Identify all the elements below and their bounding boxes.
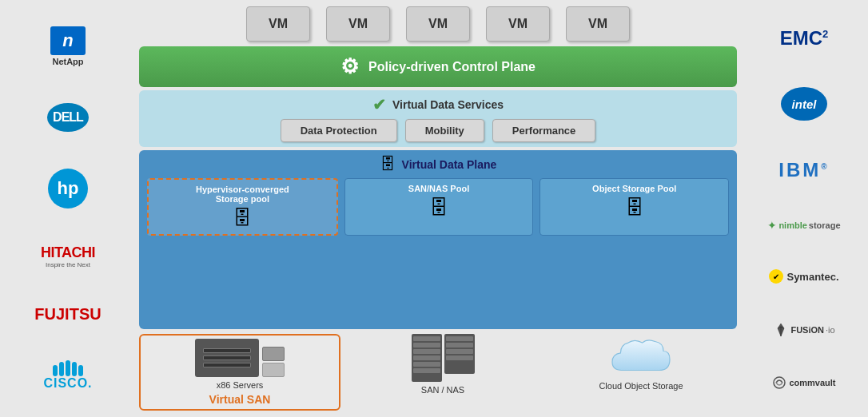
cloud-label: Cloud Object Storage: [599, 381, 683, 391]
symantec-logo: ✔ Symantec.: [769, 269, 838, 284]
vm-box-1: VM: [246, 6, 310, 42]
server-block: [195, 339, 259, 377]
hypervisor-pool: Hypervisor-converged Storage pool 🗄: [147, 178, 338, 236]
service-buttons: Data Protection Mobility Performance: [147, 119, 729, 142]
vm-row: VM VM VM VM VM: [139, 6, 737, 42]
performance-button[interactable]: Performance: [492, 119, 595, 142]
vdp-header: 🗄 Virtual Data Plane: [147, 155, 729, 173]
pools-row: Hypervisor-converged Storage pool 🗄 SAN/…: [147, 178, 729, 236]
disk-2: [262, 363, 285, 377]
san-nas-label: SAN / NAS: [421, 385, 464, 395]
db-icon-3: 🗄: [625, 197, 644, 219]
virtual-data-plane: 🗄 Virtual Data Plane Hypervisor-converge…: [139, 150, 737, 329]
control-plane-title: Policy-driven Control Plane: [368, 60, 536, 74]
data-protection-button[interactable]: Data Protection: [281, 119, 397, 142]
storage-icon: 🗄: [380, 155, 396, 173]
vm-box-2: VM: [326, 6, 390, 42]
cloud-shape: [609, 334, 673, 378]
svg-point-0: [774, 377, 785, 388]
control-plane-bar: ⚙ Policy-driven Control Plane: [139, 46, 737, 87]
nimble-logo: ✦ nimblestorage: [767, 219, 840, 232]
db-icon-1: 🗄: [233, 207, 252, 229]
san-nas-item: SAN / NAS: [347, 334, 539, 411]
db-icon-2: 🗄: [429, 197, 448, 219]
vdp-title: Virtual Data Plane: [402, 158, 497, 171]
cisco-logo: CISCO.: [43, 360, 92, 391]
emc-logo: EMC2: [780, 27, 829, 50]
san-nas-racks: [412, 334, 475, 382]
vds-header: ✔ Virtual Data Services: [147, 95, 729, 114]
san-nas-pool: SAN/NAS Pool 🗄: [344, 178, 534, 236]
left-sidebar: n NetApp DELL hp HITACHI Inspire the Nex…: [0, 0, 136, 417]
fusionio-logo: FUSiON·io: [773, 322, 834, 338]
main-container: n NetApp DELL hp HITACHI Inspire the Nex…: [0, 0, 868, 417]
checkmark-icon: ✔: [372, 95, 386, 114]
object-storage-pool: Object Storage Pool 🗄: [540, 178, 729, 236]
netapp-logo: n NetApp: [50, 26, 86, 66]
virtual-data-services: ✔ Virtual Data Services Data Protection …: [139, 90, 737, 147]
intel-logo: intel: [781, 87, 827, 121]
commvault-logo: commvault: [772, 375, 835, 390]
gear-icon: ⚙: [340, 54, 359, 79]
x86-vsan-item: x86 Servers Virtual SAN: [139, 334, 340, 411]
right-sidebar: EMC2 intel IBM® ✦ nimblestorage ✔ Symant…: [740, 0, 868, 417]
physical-row: x86 Servers Virtual SAN: [139, 334, 737, 411]
vm-box-3: VM: [406, 6, 470, 42]
center-content: VM VM VM VM VM ⚙ Policy-driven Control P…: [136, 0, 740, 417]
vds-title: Virtual Data Services: [392, 98, 504, 111]
fujitsu-logo: FUJITSU: [34, 305, 101, 324]
dell-logo: DELL: [47, 103, 89, 132]
vm-box-4: VM: [486, 6, 550, 42]
vm-box-5: VM: [566, 6, 630, 42]
disk-1: [262, 347, 285, 361]
hp-logo: hp: [48, 169, 88, 208]
hitachi-logo: HITACHI Inspire the Next: [41, 244, 95, 268]
vsan-label: Virtual SAN: [209, 393, 271, 406]
ibm-logo: IBM®: [778, 159, 829, 181]
mobility-button[interactable]: Mobility: [405, 119, 484, 142]
x86-label: x86 Servers: [217, 380, 264, 390]
cloud-item: Cloud Object Storage: [545, 334, 737, 411]
